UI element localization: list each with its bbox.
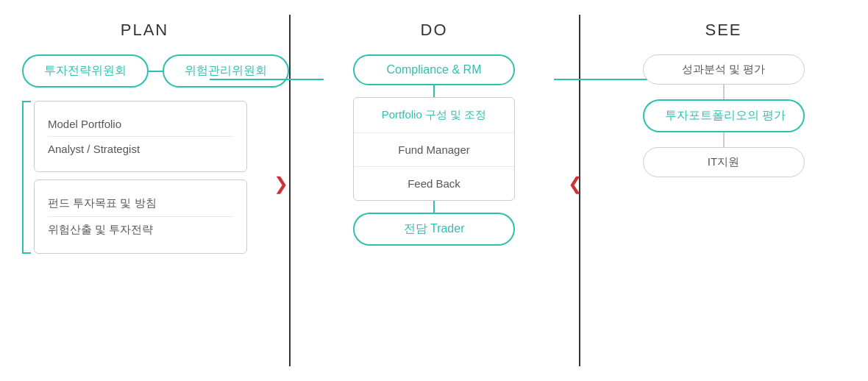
do-fund-manager-item: Fund Manager bbox=[354, 132, 514, 166]
mid-arrow-right-icon: ❯ bbox=[274, 175, 288, 193]
plan-left-bracket bbox=[22, 101, 31, 254]
plan-section: PLAN 투자전략위원회 위험관리위원회 Model Portfolio Ana… bbox=[0, 0, 289, 381]
diagram: PLAN 투자전략위원회 위험관리위원회 Model Portfolio Ana… bbox=[0, 0, 868, 381]
plan-risk-strategy: 위험산출 및 투자전략 bbox=[48, 216, 233, 243]
do-content: Compliance & RM Portfolio 구성 및 조정 Fund M… bbox=[289, 54, 579, 246]
do-section: DO Compliance & RM Portfolio 구성 및 조정 Fun… bbox=[289, 0, 579, 381]
plan-pills-row: 투자전략위원회 위험관리위원회 bbox=[0, 54, 289, 88]
see-item1: 성과분석 및 평가 bbox=[643, 54, 805, 85]
see-connector1 bbox=[723, 85, 725, 99]
plan-pill-risk-committee: 위험관리위원회 bbox=[163, 54, 289, 88]
see-connector2 bbox=[723, 132, 725, 147]
see-title: SEE bbox=[579, 21, 868, 40]
do-portfolio-item: Portfolio 구성 및 조정 bbox=[354, 98, 514, 132]
plan-title: PLAN bbox=[0, 21, 289, 40]
plan-boxes: Model Portfolio Analyst / Strategist 펀드 … bbox=[34, 101, 265, 254]
do-feedback-item: Feed Back bbox=[354, 166, 514, 200]
do-connector-top bbox=[433, 85, 435, 97]
do-connector-bottom bbox=[433, 201, 435, 213]
plan-group1: Model Portfolio Analyst / Strategist bbox=[34, 101, 247, 172]
plan-model-portfolio: Model Portfolio bbox=[48, 112, 233, 136]
do-inner-box: Portfolio 구성 및 조정 Fund Manager Feed Back bbox=[353, 97, 515, 201]
plan-bracket-area: Model Portfolio Analyst / Strategist 펀드 … bbox=[22, 101, 265, 254]
see-content: 성과분석 및 평가 투자포트폴리오의 평가 IT지원 bbox=[579, 54, 868, 177]
plan-pill-connector bbox=[149, 71, 163, 72]
see-item3: IT지원 bbox=[643, 147, 805, 177]
mid-arrow-right-container: ❯ bbox=[274, 175, 288, 193]
see-section: SEE 성과분석 및 평가 투자포트폴리오의 평가 IT지원 bbox=[579, 0, 868, 381]
plan-analyst-strategist: Analyst / Strategist bbox=[48, 136, 233, 161]
do-trader-pill: 전담 Trader bbox=[353, 213, 515, 246]
see-item2: 투자포트폴리오의 평가 bbox=[643, 99, 805, 132]
do-compliance-pill: Compliance & RM bbox=[353, 54, 515, 85]
do-title: DO bbox=[289, 21, 579, 40]
plan-group2: 펀드 투자목표 및 방침 위험산출 및 투자전략 bbox=[34, 179, 247, 254]
plan-pill-investment-committee: 투자전략위원회 bbox=[22, 54, 149, 88]
plan-fund-policy: 펀드 투자목표 및 방침 bbox=[48, 190, 233, 216]
